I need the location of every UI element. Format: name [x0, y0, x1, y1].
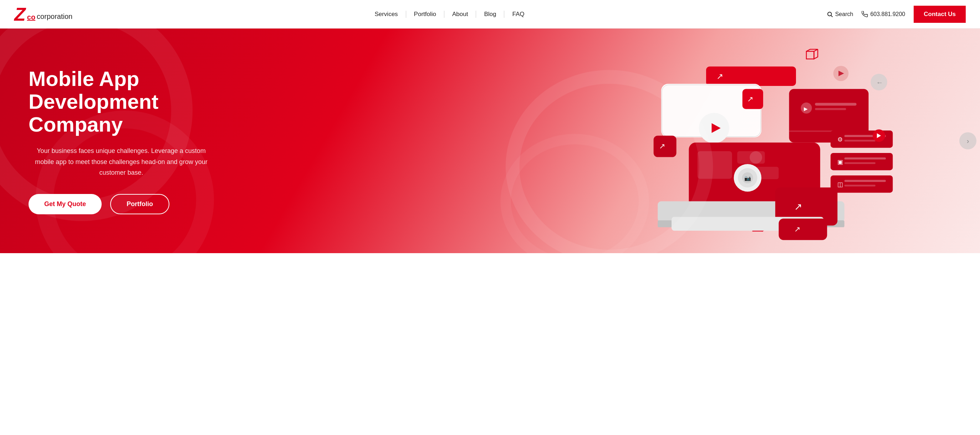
nav-link-services[interactable]: Services: [374, 11, 398, 17]
nav-item-blog[interactable]: Blog: [476, 11, 504, 18]
nav-links: Services Portfolio About Blog FAQ: [367, 11, 532, 18]
hero-buttons: Get My Quote Portfolio: [29, 194, 214, 214]
svg-text:▶: ▶: [804, 106, 808, 112]
portfolio-button[interactable]: Portfolio: [110, 194, 169, 214]
hero-section: Mobile App Development Company Your busi…: [0, 29, 980, 253]
svg-rect-2: [806, 51, 814, 59]
nav-item-about[interactable]: About: [444, 11, 476, 18]
svg-text:↗: ↗: [794, 201, 802, 212]
svg-text:📷: 📷: [744, 175, 751, 181]
hero-illustration: ← ↗ ↗ ▶ ↗ ⚙: [412, 29, 980, 253]
search-button[interactable]: Search: [827, 11, 853, 17]
phone-icon: [862, 11, 868, 17]
get-quote-button[interactable]: Get My Quote: [29, 194, 102, 214]
hero-next-arrow[interactable]: ›: [959, 132, 977, 149]
nav-item-services[interactable]: Services: [367, 11, 406, 18]
svg-point-18: [749, 151, 762, 164]
svg-text:↗: ↗: [659, 142, 665, 151]
svg-rect-26: [845, 180, 886, 182]
svg-rect-21: [845, 140, 875, 141]
search-icon: [827, 11, 833, 17]
logo-corp: corporation: [37, 13, 72, 21]
svg-text:▣: ▣: [837, 158, 843, 165]
svg-rect-24: [845, 162, 875, 164]
svg-rect-23: [845, 157, 886, 160]
logo-z: Z: [14, 5, 25, 24]
phone-number: 603.881.9200: [870, 11, 905, 17]
svg-text:↗: ↗: [748, 95, 754, 103]
chevron-right-icon: ›: [967, 137, 969, 145]
svg-point-36: [512, 77, 706, 253]
hero-subtitle: Your business faces unique challenges. L…: [29, 146, 214, 178]
svg-rect-10: [815, 103, 856, 106]
svg-text:⚙: ⚙: [837, 136, 843, 143]
svg-point-0: [828, 12, 832, 16]
contact-button[interactable]: Contact Us: [914, 6, 966, 23]
logo[interactable]: Z co corporation: [14, 5, 72, 24]
nav-item-portfolio[interactable]: Portfolio: [406, 11, 444, 18]
logo-co: co: [27, 14, 35, 21]
svg-text:←: ←: [876, 78, 883, 86]
nav-link-portfolio[interactable]: Portfolio: [414, 11, 436, 17]
red-bottom-pill: [779, 219, 827, 240]
svg-point-37: [506, 139, 644, 253]
nav-right: Search 603.881.9200 Contact Us: [827, 6, 966, 23]
svg-text:↗: ↗: [794, 225, 800, 233]
nav-item-faq[interactable]: FAQ: [504, 11, 532, 18]
hero-content: Mobile App Development Company Your busi…: [0, 67, 242, 214]
phone-area: 603.881.9200: [862, 11, 905, 17]
deco-cube-top: [806, 49, 818, 59]
svg-text:↗: ↗: [716, 71, 723, 81]
navbar: Z co corporation Services Portfolio Abou…: [0, 0, 980, 29]
svg-line-1: [831, 15, 832, 17]
search-label: Search: [835, 11, 853, 17]
nav-link-blog[interactable]: Blog: [484, 11, 496, 17]
svg-rect-11: [815, 108, 846, 110]
hero-title: Mobile App Development Company: [29, 67, 214, 135]
nav-link-faq[interactable]: FAQ: [512, 11, 524, 17]
svg-text:◫: ◫: [837, 181, 843, 188]
nav-link-about[interactable]: About: [452, 11, 468, 17]
svg-rect-27: [845, 185, 875, 186]
